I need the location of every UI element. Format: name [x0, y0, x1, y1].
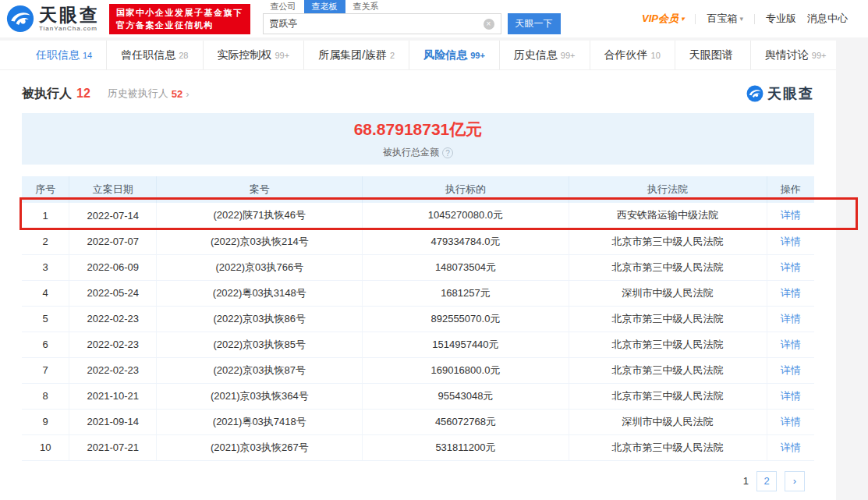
detail-link[interactable]: 详情 — [781, 209, 801, 221]
cell-court: 北京市第三中级人民法院 — [569, 306, 767, 332]
cell-amount: 1514957440元 — [363, 332, 569, 357]
cell-case: (2021)粤03执7418号 — [157, 409, 363, 434]
enforcement-table: 序号 立案日期 案号 执行标的 执行法院 操作 1 2022-07-14 (20… — [22, 176, 814, 461]
cell-amount: 95543048元 — [363, 383, 569, 409]
col-header-amount: 执行标的 — [363, 176, 569, 203]
col-header-case: 案号 — [157, 176, 363, 203]
page-2-button[interactable]: 2 — [756, 471, 777, 491]
enforced-person-card: 被执行人 12 历史被执行人 52 › 天眼查 68.87918731亿元 — [0, 70, 836, 491]
cell-court: 北京市第三中级人民法院 — [569, 229, 767, 254]
table-row: 3 2022-06-09 (2022)京03执766号 148073504元 北… — [22, 254, 814, 280]
table-row: 9 2021-09-14 (2021)粤03执7418号 456072768元 … — [22, 409, 814, 434]
profile-tab[interactable]: 历史信息 99+ — [500, 41, 590, 69]
watermark-logo: 天眼查 — [746, 84, 814, 103]
table-row: 5 2022-02-23 (2022)京03执恢86号 892555070.0元… — [22, 306, 814, 332]
nav-vip[interactable]: VIP会员 ▾ — [642, 12, 685, 26]
search-tab-boss[interactable]: 查老板 — [304, 0, 345, 13]
tianyancha-logo[interactable]: 天眼查 TianYanCha.com — [6, 5, 100, 33]
cell-court: 北京市第三中级人民法院 — [569, 383, 767, 409]
page-current[interactable]: 1 — [743, 475, 749, 487]
caret-down-icon: ▾ — [681, 15, 685, 23]
profile-tab[interactable]: 天眼图谱 — [675, 41, 751, 69]
detail-link[interactable]: 详情 — [781, 287, 801, 299]
detail-link[interactable]: 详情 — [781, 364, 801, 376]
nav-toolbox[interactable]: 百宝箱 ▾ — [707, 12, 743, 26]
detail-link[interactable]: 详情 — [781, 313, 801, 324]
cell-court: 深圳市中级人民法院 — [569, 409, 767, 434]
history-enforced-link[interactable]: 历史被执行人 52 › — [108, 87, 190, 101]
tab-count: 99+ — [561, 51, 576, 60]
cell-no: 3 — [22, 254, 69, 280]
cell-no: 10 — [22, 434, 69, 460]
badge-line2: 官方备案企业征信机构 — [116, 19, 243, 32]
cell-no: 6 — [22, 332, 69, 357]
search-button[interactable]: 天眼一下 — [508, 13, 561, 34]
nav-message-center[interactable]: 消息中心 — [807, 12, 848, 26]
cell-no: 7 — [22, 357, 69, 383]
tianyancha-eye-icon — [746, 85, 763, 102]
profile-tab[interactable]: 合作伙伴 10 — [590, 41, 675, 69]
tab-count: 2 — [390, 51, 395, 60]
cell-date: 2022-02-23 — [69, 357, 157, 383]
detail-link[interactable]: 详情 — [781, 416, 801, 427]
cell-date: 2022-02-23 — [69, 332, 157, 357]
cell-case: (2022)京03执恢214号 — [157, 229, 363, 254]
table-row: 6 2022-02-23 (2022)京03执恢85号 1514957440元 … — [22, 332, 814, 357]
detail-link[interactable]: 详情 — [781, 441, 801, 453]
cell-case: (2022)陕71执恢46号 — [157, 203, 363, 229]
cell-no: 9 — [22, 409, 69, 434]
section-title: 被执行人 — [22, 86, 72, 102]
search-input[interactable] — [270, 19, 484, 30]
detail-link[interactable]: 详情 — [781, 390, 801, 402]
profile-tab[interactable]: 任职信息 14 — [22, 41, 107, 69]
tab-label: 合作伙伴 — [604, 48, 648, 62]
search-tab-company[interactable]: 查公司 — [263, 0, 304, 13]
profile-tab[interactable]: 所属集团/族群 2 — [304, 41, 409, 69]
question-mark-icon[interactable]: ? — [442, 147, 453, 158]
table-header-row: 序号 立案日期 案号 执行标的 执行法院 操作 — [22, 176, 814, 203]
cell-date: 2022-07-07 — [69, 229, 157, 254]
cell-court: 深圳市中级人民法院 — [569, 280, 767, 306]
cell-case: (2021)京03执恢364号 — [157, 383, 363, 409]
cell-case: (2022)粤03执3148号 — [157, 280, 363, 306]
cell-no: 5 — [22, 306, 69, 332]
detail-link[interactable]: 详情 — [781, 339, 801, 350]
tab-label: 舆情讨论 — [765, 48, 809, 62]
next-page-button[interactable]: › — [785, 471, 805, 491]
cell-date: 2021-09-14 — [69, 409, 157, 434]
clear-icon[interactable]: × — [484, 19, 494, 30]
detail-link[interactable]: 详情 — [781, 236, 801, 247]
cell-no: 2 — [22, 229, 69, 254]
search-tab-relation[interactable]: 查关系 — [345, 0, 387, 13]
table-row: 1 2022-07-14 (2022)陕71执恢46号 1045270080.0… — [22, 203, 814, 229]
profile-tab[interactable]: 实际控制权 99+ — [204, 41, 305, 69]
cell-date: 2022-05-24 — [69, 280, 157, 306]
total-amount-panel: 68.87918731亿元 被执行总金额 ? — [22, 113, 814, 165]
nav-pro-version[interactable]: 专业版 — [766, 12, 796, 26]
cell-court: 北京市第三中级人民法院 — [569, 357, 767, 383]
cell-no: 1 — [22, 203, 69, 229]
col-header-court: 执行法院 — [569, 176, 767, 203]
detail-link[interactable]: 详情 — [781, 261, 801, 273]
logo-subtitle: TianYanCha.com — [39, 26, 100, 32]
col-header-date: 立案日期 — [69, 176, 157, 203]
profile-tab[interactable]: 曾任职信息 28 — [107, 41, 203, 69]
cell-court: 北京市第三中级人民法院 — [569, 332, 767, 357]
table-row: 2 2022-07-07 (2022)京03执恢214号 479334784.0… — [22, 229, 814, 254]
nav-divider — [754, 14, 755, 24]
cell-case: (2022)京03执恢86号 — [157, 306, 363, 332]
tab-count: 99+ — [812, 51, 827, 60]
cell-date: 2022-06-09 — [69, 254, 157, 280]
search-box: × — [263, 13, 501, 34]
table-row: 7 2022-02-23 (2022)京03执恢87号 169016800.0元… — [22, 357, 814, 383]
table-row: 10 2021-07-21 (2021)京03执恢267号 531811200元… — [22, 434, 814, 460]
profile-tab[interactable]: 风险信息 99+ — [409, 41, 500, 69]
cell-amount: 479334784.0元 — [363, 229, 569, 254]
cell-amount: 456072768元 — [363, 409, 569, 434]
tianyancha-eye-icon — [6, 5, 34, 33]
cell-case: (2022)京03执766号 — [157, 254, 363, 280]
profile-tab-bar: 任职信息 14 曾任职信息 28 实际控制权 99+ 所属集团/族群 2 风险信… — [0, 41, 836, 70]
profile-tab[interactable]: 舆情讨论 99+ — [751, 41, 841, 69]
tab-label: 曾任职信息 — [121, 48, 175, 62]
watermark-text: 天眼查 — [767, 84, 814, 103]
